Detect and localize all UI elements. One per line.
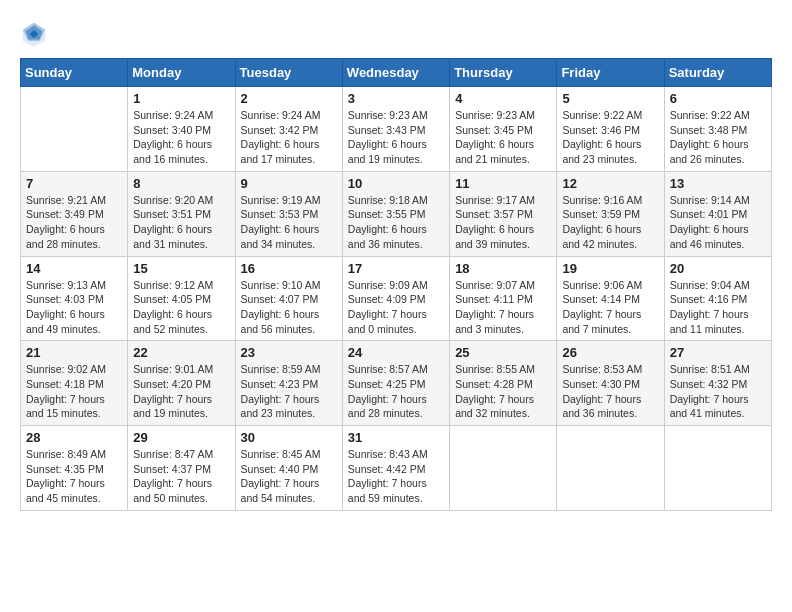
- day-number: 19: [562, 261, 658, 276]
- day-info: Sunrise: 9:01 AMSunset: 4:20 PMDaylight:…: [133, 362, 229, 421]
- day-number: 12: [562, 176, 658, 191]
- day-number: 8: [133, 176, 229, 191]
- day-number: 1: [133, 91, 229, 106]
- header-tuesday: Tuesday: [235, 59, 342, 87]
- day-info: Sunrise: 9:06 AMSunset: 4:14 PMDaylight:…: [562, 278, 658, 337]
- day-info: Sunrise: 9:16 AMSunset: 3:59 PMDaylight:…: [562, 193, 658, 252]
- calendar-cell: 28Sunrise: 8:49 AMSunset: 4:35 PMDayligh…: [21, 426, 128, 511]
- calendar-cell: 11Sunrise: 9:17 AMSunset: 3:57 PMDayligh…: [450, 171, 557, 256]
- calendar-cell: 7Sunrise: 9:21 AMSunset: 3:49 PMDaylight…: [21, 171, 128, 256]
- calendar-cell: 15Sunrise: 9:12 AMSunset: 4:05 PMDayligh…: [128, 256, 235, 341]
- calendar-cell: 13Sunrise: 9:14 AMSunset: 4:01 PMDayligh…: [664, 171, 771, 256]
- day-info: Sunrise: 8:51 AMSunset: 4:32 PMDaylight:…: [670, 362, 766, 421]
- day-info: Sunrise: 9:20 AMSunset: 3:51 PMDaylight:…: [133, 193, 229, 252]
- day-info: Sunrise: 9:09 AMSunset: 4:09 PMDaylight:…: [348, 278, 444, 337]
- calendar-cell: 29Sunrise: 8:47 AMSunset: 4:37 PMDayligh…: [128, 426, 235, 511]
- day-info: Sunrise: 8:43 AMSunset: 4:42 PMDaylight:…: [348, 447, 444, 506]
- day-info: Sunrise: 9:22 AMSunset: 3:46 PMDaylight:…: [562, 108, 658, 167]
- header-wednesday: Wednesday: [342, 59, 449, 87]
- day-number: 16: [241, 261, 337, 276]
- calendar-cell: 10Sunrise: 9:18 AMSunset: 3:55 PMDayligh…: [342, 171, 449, 256]
- calendar-cell: 9Sunrise: 9:19 AMSunset: 3:53 PMDaylight…: [235, 171, 342, 256]
- header-friday: Friday: [557, 59, 664, 87]
- day-info: Sunrise: 9:10 AMSunset: 4:07 PMDaylight:…: [241, 278, 337, 337]
- day-info: Sunrise: 8:53 AMSunset: 4:30 PMDaylight:…: [562, 362, 658, 421]
- calendar-cell: 27Sunrise: 8:51 AMSunset: 4:32 PMDayligh…: [664, 341, 771, 426]
- header-saturday: Saturday: [664, 59, 771, 87]
- day-number: 23: [241, 345, 337, 360]
- day-info: Sunrise: 8:57 AMSunset: 4:25 PMDaylight:…: [348, 362, 444, 421]
- calendar-cell: 16Sunrise: 9:10 AMSunset: 4:07 PMDayligh…: [235, 256, 342, 341]
- calendar-cell: 20Sunrise: 9:04 AMSunset: 4:16 PMDayligh…: [664, 256, 771, 341]
- calendar-cell: 14Sunrise: 9:13 AMSunset: 4:03 PMDayligh…: [21, 256, 128, 341]
- day-info: Sunrise: 8:55 AMSunset: 4:28 PMDaylight:…: [455, 362, 551, 421]
- calendar-cell: 19Sunrise: 9:06 AMSunset: 4:14 PMDayligh…: [557, 256, 664, 341]
- calendar-cell: [664, 426, 771, 511]
- page-header: [20, 20, 772, 48]
- day-info: Sunrise: 9:14 AMSunset: 4:01 PMDaylight:…: [670, 193, 766, 252]
- day-info: Sunrise: 8:49 AMSunset: 4:35 PMDaylight:…: [26, 447, 122, 506]
- day-number: 2: [241, 91, 337, 106]
- day-number: 26: [562, 345, 658, 360]
- day-info: Sunrise: 9:12 AMSunset: 4:05 PMDaylight:…: [133, 278, 229, 337]
- day-number: 11: [455, 176, 551, 191]
- day-number: 7: [26, 176, 122, 191]
- day-info: Sunrise: 9:23 AMSunset: 3:43 PMDaylight:…: [348, 108, 444, 167]
- day-info: Sunrise: 8:59 AMSunset: 4:23 PMDaylight:…: [241, 362, 337, 421]
- day-info: Sunrise: 9:17 AMSunset: 3:57 PMDaylight:…: [455, 193, 551, 252]
- logo: [20, 20, 52, 48]
- calendar-cell: 31Sunrise: 8:43 AMSunset: 4:42 PMDayligh…: [342, 426, 449, 511]
- calendar-cell: 5Sunrise: 9:22 AMSunset: 3:46 PMDaylight…: [557, 87, 664, 172]
- calendar-cell: 17Sunrise: 9:09 AMSunset: 4:09 PMDayligh…: [342, 256, 449, 341]
- calendar-cell: 2Sunrise: 9:24 AMSunset: 3:42 PMDaylight…: [235, 87, 342, 172]
- day-number: 15: [133, 261, 229, 276]
- calendar-cell: 4Sunrise: 9:23 AMSunset: 3:45 PMDaylight…: [450, 87, 557, 172]
- week-row-4: 21Sunrise: 9:02 AMSunset: 4:18 PMDayligh…: [21, 341, 772, 426]
- calendar-cell: 12Sunrise: 9:16 AMSunset: 3:59 PMDayligh…: [557, 171, 664, 256]
- day-number: 9: [241, 176, 337, 191]
- day-info: Sunrise: 9:24 AMSunset: 3:40 PMDaylight:…: [133, 108, 229, 167]
- day-number: 4: [455, 91, 551, 106]
- day-number: 27: [670, 345, 766, 360]
- calendar-cell: 23Sunrise: 8:59 AMSunset: 4:23 PMDayligh…: [235, 341, 342, 426]
- day-number: 30: [241, 430, 337, 445]
- day-number: 25: [455, 345, 551, 360]
- day-number: 28: [26, 430, 122, 445]
- header-monday: Monday: [128, 59, 235, 87]
- day-number: 29: [133, 430, 229, 445]
- day-number: 14: [26, 261, 122, 276]
- calendar-cell: [557, 426, 664, 511]
- day-info: Sunrise: 9:22 AMSunset: 3:48 PMDaylight:…: [670, 108, 766, 167]
- header-sunday: Sunday: [21, 59, 128, 87]
- day-info: Sunrise: 8:47 AMSunset: 4:37 PMDaylight:…: [133, 447, 229, 506]
- header-thursday: Thursday: [450, 59, 557, 87]
- logo-icon: [20, 20, 48, 48]
- calendar-cell: 25Sunrise: 8:55 AMSunset: 4:28 PMDayligh…: [450, 341, 557, 426]
- calendar-cell: 3Sunrise: 9:23 AMSunset: 3:43 PMDaylight…: [342, 87, 449, 172]
- week-row-5: 28Sunrise: 8:49 AMSunset: 4:35 PMDayligh…: [21, 426, 772, 511]
- calendar-cell: 22Sunrise: 9:01 AMSunset: 4:20 PMDayligh…: [128, 341, 235, 426]
- calendar-cell: 26Sunrise: 8:53 AMSunset: 4:30 PMDayligh…: [557, 341, 664, 426]
- day-number: 3: [348, 91, 444, 106]
- day-info: Sunrise: 9:13 AMSunset: 4:03 PMDaylight:…: [26, 278, 122, 337]
- week-row-2: 7Sunrise: 9:21 AMSunset: 3:49 PMDaylight…: [21, 171, 772, 256]
- day-number: 24: [348, 345, 444, 360]
- day-number: 6: [670, 91, 766, 106]
- day-number: 22: [133, 345, 229, 360]
- day-number: 31: [348, 430, 444, 445]
- day-info: Sunrise: 9:07 AMSunset: 4:11 PMDaylight:…: [455, 278, 551, 337]
- calendar-cell: 8Sunrise: 9:20 AMSunset: 3:51 PMDaylight…: [128, 171, 235, 256]
- day-info: Sunrise: 9:24 AMSunset: 3:42 PMDaylight:…: [241, 108, 337, 167]
- day-info: Sunrise: 9:02 AMSunset: 4:18 PMDaylight:…: [26, 362, 122, 421]
- day-number: 17: [348, 261, 444, 276]
- day-info: Sunrise: 9:04 AMSunset: 4:16 PMDaylight:…: [670, 278, 766, 337]
- day-info: Sunrise: 9:21 AMSunset: 3:49 PMDaylight:…: [26, 193, 122, 252]
- calendar-cell: 18Sunrise: 9:07 AMSunset: 4:11 PMDayligh…: [450, 256, 557, 341]
- week-row-3: 14Sunrise: 9:13 AMSunset: 4:03 PMDayligh…: [21, 256, 772, 341]
- calendar-cell: 30Sunrise: 8:45 AMSunset: 4:40 PMDayligh…: [235, 426, 342, 511]
- calendar-table: SundayMondayTuesdayWednesdayThursdayFrid…: [20, 58, 772, 511]
- day-info: Sunrise: 9:23 AMSunset: 3:45 PMDaylight:…: [455, 108, 551, 167]
- calendar-cell: 1Sunrise: 9:24 AMSunset: 3:40 PMDaylight…: [128, 87, 235, 172]
- day-number: 13: [670, 176, 766, 191]
- day-info: Sunrise: 9:18 AMSunset: 3:55 PMDaylight:…: [348, 193, 444, 252]
